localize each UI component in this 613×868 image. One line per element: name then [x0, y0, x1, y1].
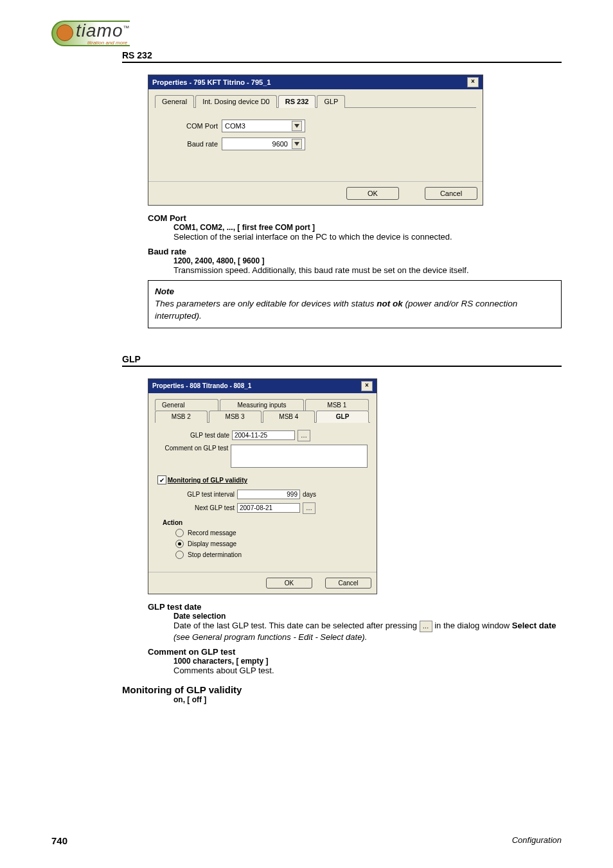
spec-desc-baud: Transmission speed. Additionally, this b… [173, 265, 562, 275]
spec-values-glp-date: Date selection [173, 612, 562, 621]
interval-field[interactable]: 999 [237, 490, 300, 499]
action-group-label: Action [163, 519, 368, 526]
note-bold: not ok [377, 299, 403, 308]
radio-icon [175, 551, 184, 559]
tab-glp[interactable]: GLP [317, 95, 345, 108]
tab-rs232[interactable]: RS 232 [278, 95, 316, 108]
rs232-dialog: Properties - 795 KFT Titrino - 795_1 × G… [148, 75, 483, 206]
interval-label: GLP test interval [163, 491, 235, 498]
radio-record-message[interactable]: Record message [175, 529, 368, 537]
cancel-button[interactable]: Cancel [425, 187, 477, 200]
dialog-title-text: Properties - 808 Titrando - 808_1 [152, 382, 251, 389]
radio-display-message[interactable]: Display message [175, 540, 368, 548]
text: Date of the last GLP test. This date can… [173, 621, 420, 630]
baud-rate-select[interactable]: 9600 [222, 137, 305, 150]
note-box: Note Thes parameters are only editable f… [148, 280, 562, 328]
tab-general[interactable]: General [155, 95, 194, 108]
logo-ball [57, 24, 73, 41]
tab-glp[interactable]: GLP [316, 411, 369, 423]
baud-rate-label: Baud rate [160, 140, 218, 148]
spec-desc-comment: Comments about GLP test. [173, 666, 562, 675]
note-text-before: Thes parameters are only editable for de… [155, 299, 377, 308]
logo: tiamo™ titration and more [51, 15, 154, 48]
dialog-tabs: General Int. Dosing device D0 RS 232 GLP [155, 94, 476, 108]
bold-text: Select date [512, 621, 556, 630]
tab-int-dosing[interactable]: Int. Dosing device D0 [195, 95, 277, 108]
spec-title-baud: Baud rate [148, 247, 562, 256]
ok-button[interactable]: OK [346, 187, 399, 200]
radio-display-label: Display message [188, 540, 236, 547]
logo-word: tiamo [76, 21, 123, 40]
section-title-rs232: RS 232 [122, 50, 562, 63]
radio-stop-label: Stop determination [188, 551, 242, 558]
spec-values-comment: 1000 characters, [ empty ] [173, 657, 562, 666]
ok-button[interactable]: OK [266, 578, 312, 589]
com-port-label: COM Port [160, 122, 218, 130]
radio-record-label: Record message [188, 529, 236, 536]
radio-icon [175, 540, 184, 548]
spec-title-comment: Comment on GLP test [148, 647, 562, 657]
chevron-down-icon [292, 121, 302, 131]
tab-msb2[interactable]: MSB 2 [155, 411, 208, 423]
italic-text: (see General program functions - Edit - … [173, 632, 367, 642]
next-glp-label: Next GLP test [163, 504, 235, 511]
close-icon[interactable]: × [361, 381, 373, 391]
tab-msb4[interactable]: MSB 4 [263, 411, 315, 423]
spec-title-glp-date: GLP test date [148, 602, 562, 612]
note-heading: Note [155, 286, 555, 298]
logo-text: tiamo™ [76, 21, 130, 41]
tab-general[interactable]: General [155, 399, 218, 411]
text: in the dialog window [434, 621, 512, 630]
radio-icon [175, 529, 184, 537]
spec-values-com-port: COM1, COM2, ..., [ first free COM port ] [173, 223, 562, 232]
next-glp-field[interactable]: 2007-08-21 [237, 503, 300, 513]
chevron-down-icon [292, 139, 302, 149]
monitoring-label: Monitoring of GLP validity [168, 477, 247, 484]
ellipsis-button-inline[interactable]: … [420, 621, 432, 632]
dialog-titlebar: Properties - 795 KFT Titrino - 795_1 × [148, 75, 483, 89]
radio-stop-determination[interactable]: Stop determination [175, 551, 368, 559]
section-title-glp: GLP [122, 354, 562, 367]
com-port-value: COM3 [225, 122, 245, 130]
interval-unit: days [303, 491, 316, 498]
close-icon[interactable]: × [467, 77, 479, 87]
ellipsis-button[interactable]: … [303, 502, 315, 514]
spec-desc-com-port: Selection of the serial interface on the… [173, 232, 562, 242]
monitoring-checkbox[interactable]: ✔ [157, 475, 166, 484]
page-number: 740 [51, 835, 67, 846]
glp-test-date-label: GLP test date [157, 432, 229, 439]
subheading-monitoring: Monitoring of GLP validity [122, 684, 562, 695]
comment-label: Comment on GLP test [157, 445, 228, 452]
logo-sub: titration and more [87, 40, 127, 46]
glp-dialog: Properties - 808 Titrando - 808_1 × Gene… [148, 378, 377, 594]
spec-title-com-port: COM Port [148, 213, 562, 223]
tab-msb1[interactable]: MSB 1 [305, 399, 369, 411]
footer-section: Configuration [512, 835, 562, 845]
baud-rate-value: 9600 [225, 140, 288, 148]
tab-msb3[interactable]: MSB 3 [209, 411, 262, 423]
com-port-select[interactable]: COM3 [222, 120, 305, 132]
comment-textarea[interactable] [231, 445, 368, 468]
tab-measuring-inputs[interactable]: Measuring inputs [220, 399, 303, 411]
spec-values-baud: 1200, 2400, 4800, [ 9600 ] [173, 256, 562, 265]
logo-tm: ™ [123, 24, 130, 31]
cancel-button[interactable]: Cancel [325, 578, 371, 589]
ellipsis-button[interactable]: … [298, 430, 310, 441]
spec-onoff: on, [ off ] [173, 695, 562, 704]
glp-test-date-field[interactable]: 2004-11-25 [232, 430, 295, 440]
dialog-title-text: Properties - 795 KFT Titrino - 795_1 [152, 78, 271, 86]
dialog-titlebar: Properties - 808 Titrando - 808_1 × [148, 379, 377, 393]
spec-desc-glp-date: Date of the last GLP test. This date can… [173, 621, 562, 642]
